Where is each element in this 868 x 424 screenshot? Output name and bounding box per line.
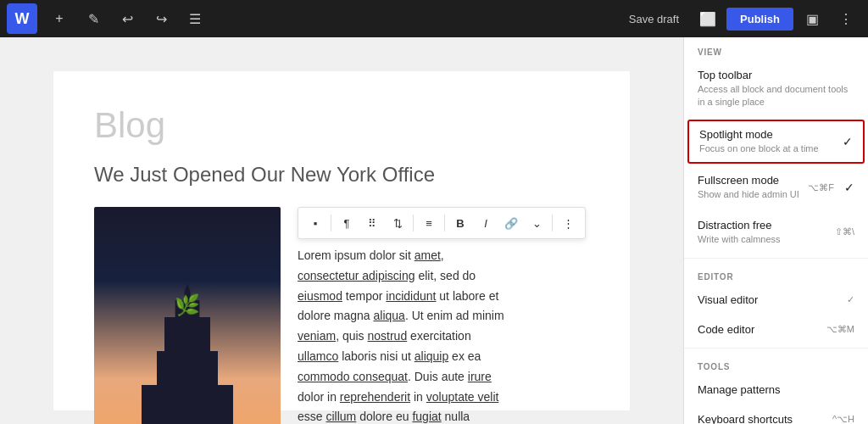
distraction-free-title: Distraction free [698, 219, 828, 232]
top-toolbar-content: Top toolbar Access all block and documen… [698, 69, 854, 109]
fullscreen-mode-title: Fullscreen mode [698, 174, 801, 187]
transform-button[interactable]: ▪ [303, 211, 327, 235]
toolbar-divider-3 [444, 215, 445, 232]
fullscreen-mode-item[interactable]: Fullscreen mode Show and hide admin UI ⌥… [684, 165, 868, 209]
editor-content: Blog We Just Opened Our New York Office … [53, 71, 630, 410]
distraction-free-content: Distraction free Write with calmness [698, 219, 828, 246]
manage-patterns-item[interactable]: Manage patterns [684, 375, 868, 404]
options-menu: VIEW Top toolbar Access all block and do… [683, 37, 868, 424]
view-section-header: VIEW [684, 37, 868, 60]
top-toolbar-item[interactable]: Top toolbar Access all block and documen… [684, 60, 868, 118]
fullscreen-mode-desc: Show and hide admin UI [698, 188, 801, 201]
spotlight-mode-content: Spotlight mode Focus on one block at a t… [699, 128, 836, 155]
paragraph-button[interactable]: ¶ [335, 211, 359, 235]
drag-button[interactable]: ⠿ [360, 211, 384, 235]
top-toolbar-title: Top toolbar [698, 69, 854, 81]
post-subtitle[interactable]: We Just Opened Our New York Office [94, 163, 589, 187]
toolbar-divider-1 [331, 215, 331, 232]
divider-1 [684, 258, 868, 259]
fullscreen-mode-content: Fullscreen mode Show and hide admin UI [698, 174, 801, 201]
move-button[interactable]: ⇅ [386, 211, 409, 235]
top-bar: W + ✎ ↩ ↪ ☰ Save draft ⬜ Publish ▣ ⋮ [0, 0, 868, 37]
visual-editor-check: ✓ [847, 294, 854, 305]
view-section: VIEW Top toolbar Access all block and do… [684, 37, 868, 254]
text-block-wrapper: ▪ ¶ ⠿ ⇅ ≡ B I 🔗 ⌄ ⋮ [298, 207, 589, 424]
post-image[interactable] [94, 207, 281, 424]
code-editor-label: Code editor [698, 323, 754, 336]
keyboard-shortcuts-shortcut: ^⌥H [832, 414, 854, 424]
settings-button[interactable]: ▣ [797, 3, 827, 34]
distraction-free-shortcut: ⇧⌘\ [835, 226, 854, 237]
spotlight-mode-check: ✓ [843, 135, 853, 148]
post-text[interactable]: Lorem ipsum dolor sit amet, consectetur … [298, 246, 589, 424]
keyboard-shortcuts-item[interactable]: Keyboard shortcuts ^⌥H [684, 404, 868, 424]
spotlight-mode-item[interactable]: Spotlight mode Focus on one block at a t… [687, 120, 865, 164]
editor-section-header: EDITOR [684, 262, 868, 285]
keyboard-shortcuts-label: Keyboard shortcuts [698, 413, 793, 424]
toolbar-divider-4 [552, 215, 553, 232]
distraction-free-desc: Write with calmness [698, 233, 828, 246]
tool-button[interactable]: ✎ [78, 3, 108, 34]
top-toolbar-desc: Access all block and document tools in a… [698, 83, 854, 109]
spotlight-mode-desc: Focus on one block at a time [699, 142, 836, 155]
manage-patterns-label: Manage patterns [698, 383, 781, 396]
fullscreen-mode-check: ✓ [844, 181, 854, 194]
add-block-button[interactable]: + [44, 3, 75, 34]
distraction-free-item[interactable]: Distraction free Write with calmness ⇧⌘\ [684, 210, 868, 254]
redo-button[interactable]: ↪ [146, 3, 176, 34]
block-toolbar: ▪ ¶ ⠿ ⇅ ≡ B I 🔗 ⌄ ⋮ [298, 207, 586, 239]
post-title[interactable]: Blog [94, 105, 589, 146]
code-editor-item[interactable]: Code editor ⌥⌘M [684, 315, 868, 344]
main-area: Blog We Just Opened Our New York Office … [0, 37, 868, 424]
publish-button[interactable]: Publish [726, 8, 793, 31]
block-options-button[interactable]: ⋮ [556, 211, 580, 235]
divider-2 [684, 348, 868, 349]
preview-button[interactable]: ⬜ [693, 3, 723, 34]
tools-section: TOOLS Manage patterns Keyboard shortcuts… [684, 352, 868, 424]
toolbar-divider-2 [413, 215, 414, 232]
fullscreen-mode-shortcut: ⌥⌘F [808, 182, 834, 193]
wp-logo-button[interactable]: W [7, 3, 37, 34]
content-row: ▪ ¶ ⠿ ⇅ ≡ B I 🔗 ⌄ ⋮ [94, 207, 589, 424]
editor-area: Blog We Just Opened Our New York Office … [0, 37, 683, 424]
more-formats-button[interactable]: ⌄ [525, 211, 548, 235]
save-draft-button[interactable]: Save draft [619, 8, 689, 31]
more-options-button[interactable]: ⋮ [831, 3, 861, 34]
spotlight-mode-title: Spotlight mode [699, 128, 836, 141]
editor-section: EDITOR Visual editor ✓ Code editor ⌥⌘M [684, 262, 868, 344]
visual-editor-label: Visual editor [698, 293, 758, 306]
tools-section-header: TOOLS [684, 352, 868, 375]
align-button[interactable]: ≡ [417, 211, 441, 235]
code-editor-shortcut: ⌥⌘M [826, 324, 854, 335]
list-view-button[interactable]: ☰ [180, 3, 210, 34]
visual-editor-item[interactable]: Visual editor ✓ [684, 285, 868, 315]
link-button[interactable]: 🔗 [499, 211, 523, 235]
undo-button[interactable]: ↩ [112, 3, 142, 34]
bold-button[interactable]: B [448, 211, 472, 235]
italic-button[interactable]: I [474, 211, 498, 235]
